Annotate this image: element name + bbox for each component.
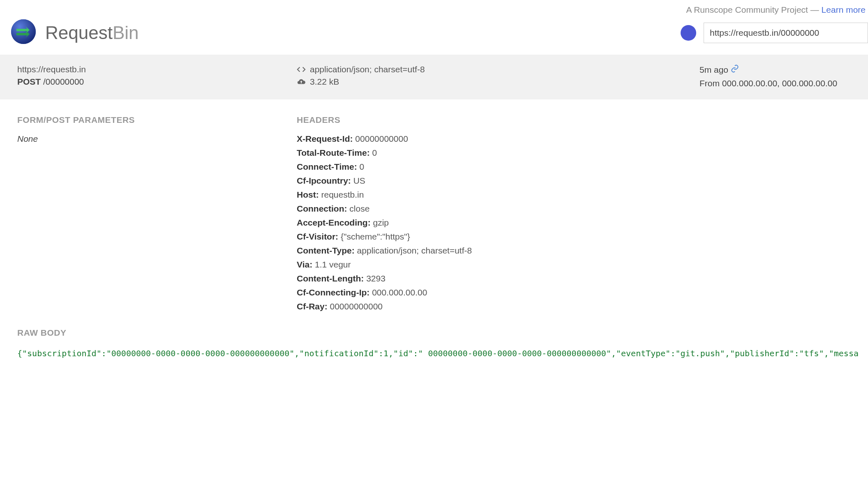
header-item: Content-Type: application/json; charset=…	[297, 246, 859, 256]
header-value: gzip	[373, 218, 389, 227]
header-value: 0	[359, 162, 364, 171]
header-name: Cf-Visitor:	[297, 232, 341, 241]
headers-list: X-Request-Id: 00000000000Total-Route-Tim…	[297, 134, 859, 311]
summary-endpoint: https://requestb.in POST /00000000	[17, 65, 297, 90]
summary-meta: 5m ago From 000.000.00.00, 000.000.00.00	[699, 65, 859, 90]
headers-column: HEADERS X-Request-Id: 00000000000Total-R…	[297, 115, 859, 316]
header-value: 00000000000	[330, 302, 383, 311]
details: FORM/POST PARAMETERS None HEADERS X-Requ…	[0, 99, 868, 320]
brand-title-light: Bin	[113, 23, 139, 43]
header-item: Host: requestb.in	[297, 190, 859, 200]
header-value: US	[353, 176, 365, 185]
header-value: close	[349, 204, 369, 213]
raw-body-section: RAW BODY {"subscriptionId":"00000000-000…	[0, 320, 868, 362]
summary-from-prefix: From	[699, 78, 722, 88]
header-item: Cf-Ray: 00000000000	[297, 302, 859, 311]
summary-from: From 000.000.00.00, 000.000.00.00	[699, 77, 859, 90]
learn-more-link[interactable]: Learn more	[822, 5, 866, 14]
community-text: A Runscope Community Project —	[686, 5, 821, 14]
header-item: Cf-Visitor: {"scheme":"https"}	[297, 232, 859, 242]
header-right	[681, 23, 868, 43]
form-params-heading: FORM/POST PARAMETERS	[17, 115, 297, 125]
summary-size: 3.22 kB	[310, 77, 339, 87]
header-name: X-Request-Id:	[297, 134, 355, 143]
header-value: requestb.in	[321, 190, 364, 199]
status-indicator-icon	[681, 25, 696, 41]
header-item: Accept-Encoding: gzip	[297, 218, 859, 228]
summary-from-ips: 000.000.00.00, 000.000.00.00	[722, 78, 837, 88]
raw-body-content[interactable]: {"subscriptionId":"00000000-0000-0000-00…	[2, 347, 859, 362]
header-value: 1.1 vegur	[315, 260, 351, 269]
header-item: Total-Route-Time: 0	[297, 148, 859, 158]
header-name: Content-Length:	[297, 274, 366, 283]
header-item: X-Request-Id: 00000000000	[297, 134, 859, 144]
header-value: 0	[372, 148, 377, 157]
header-name: Cf-Ray:	[297, 302, 330, 311]
summary-path: /00000000	[43, 77, 84, 86]
header-item: Cf-Ipcountry: US	[297, 176, 859, 186]
header: RequestBin	[0, 17, 868, 55]
brand[interactable]: RequestBin	[11, 19, 139, 46]
summary-content-type: application/json; charset=utf-8	[310, 65, 425, 74]
header-name: Total-Route-Time:	[297, 148, 372, 157]
bin-url-input[interactable]	[704, 23, 868, 43]
header-value: 3293	[366, 274, 386, 283]
form-params-column: FORM/POST PARAMETERS None	[17, 115, 297, 316]
header-name: Via:	[297, 260, 315, 269]
header-item: Connect-Time: 0	[297, 162, 859, 172]
header-name: Content-Type:	[297, 246, 357, 255]
header-value: 000.000.00.00	[372, 288, 427, 297]
summary-method: POST	[17, 77, 41, 86]
summary-payload: application/json; charset=utf-8 3.22 kB	[297, 65, 699, 90]
requestbin-logo-icon	[11, 19, 36, 46]
summary-time-ago: 5m ago	[699, 65, 728, 75]
raw-body-heading: RAW BODY	[17, 328, 859, 338]
header-name: Connect-Time:	[297, 162, 359, 171]
permalink-icon[interactable]	[731, 65, 739, 75]
header-item: Cf-Connecting-Ip: 000.000.00.00	[297, 288, 859, 297]
code-icon	[297, 65, 306, 74]
header-value: 00000000000	[355, 134, 408, 143]
request-summary: https://requestb.in POST /00000000 appli…	[0, 55, 868, 99]
svg-point-1	[11, 19, 36, 44]
form-params-none: None	[17, 134, 297, 144]
community-project-bar: A Runscope Community Project — Learn mor…	[0, 0, 868, 17]
summary-host: https://requestb.in	[17, 65, 297, 74]
header-name: Accept-Encoding:	[297, 218, 373, 227]
headers-heading: HEADERS	[297, 115, 859, 125]
cloud-upload-icon	[297, 77, 306, 86]
header-name: Connection:	[297, 204, 349, 213]
header-value: application/json; charset=utf-8	[357, 246, 472, 255]
brand-title-strong: Request	[45, 23, 113, 43]
header-item: Content-Length: 3293	[297, 274, 859, 284]
header-name: Host:	[297, 190, 321, 199]
header-name: Cf-Ipcountry:	[297, 176, 353, 185]
brand-title: RequestBin	[45, 23, 139, 43]
header-item: Connection: close	[297, 204, 859, 214]
summary-method-path: POST /00000000	[17, 77, 297, 87]
header-name: Cf-Connecting-Ip:	[297, 288, 372, 297]
header-value: {"scheme":"https"}	[341, 232, 410, 241]
header-item: Via: 1.1 vegur	[297, 260, 859, 270]
